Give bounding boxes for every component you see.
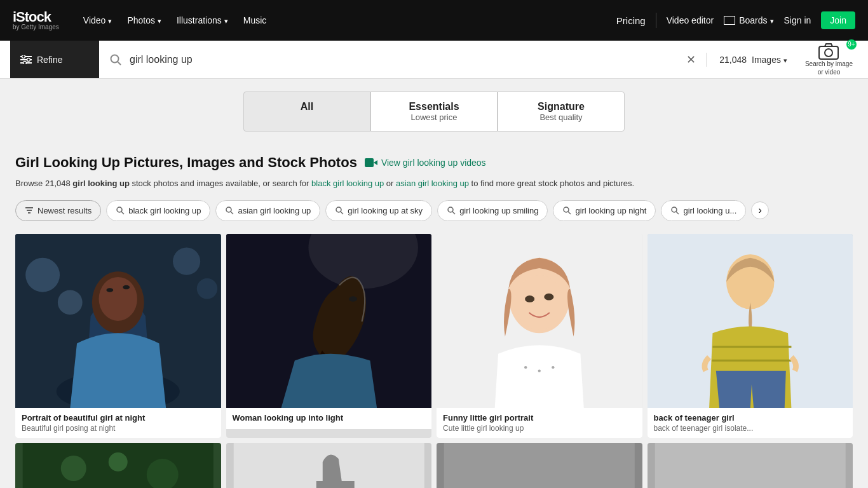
image-grid-row2	[15, 443, 853, 488]
chip-black-girl[interactable]: black girl looking up	[106, 200, 210, 221]
nav-illustrations[interactable]: Illustrations	[170, 10, 234, 30]
svg-point-43	[525, 295, 534, 302]
nav-boards[interactable]: Boards	[724, 15, 773, 25]
nav-photos[interactable]: Photos	[121, 10, 168, 30]
nav-video-editor[interactable]: Video editor	[667, 15, 714, 25]
image-grid: Portrait of beautiful girl at night Beau…	[15, 234, 853, 438]
svg-point-17	[226, 207, 231, 212]
svg-point-29	[58, 290, 83, 315]
search-type-selector[interactable]: Images	[752, 55, 787, 65]
search-chip-icon	[562, 206, 571, 215]
chevron-down-icon	[770, 15, 774, 25]
image-thumbnail-0	[15, 234, 221, 409]
nav-right: Pricing Video editor Boards Sign in Join	[616, 11, 855, 29]
chip-newest-results[interactable]: Newest results	[15, 200, 101, 221]
chevron-down-icon	[783, 55, 787, 65]
nav-video[interactable]: Video	[77, 10, 119, 30]
search-chip-icon	[116, 206, 125, 215]
search-chip-icon	[447, 206, 456, 215]
browse-text: Browse 21,048 girl looking up stock phot…	[15, 177, 853, 190]
image-card-info-0: Portrait of beautiful girl at night Beau…	[15, 408, 221, 438]
image-card-3[interactable]: back of teenager girl back of teenager g…	[648, 234, 853, 438]
chip-asian-girl[interactable]: asian girl looking up	[215, 200, 320, 221]
svg-point-21	[448, 207, 453, 212]
svg-point-30	[173, 247, 200, 274]
svg-line-16	[121, 212, 124, 214]
nav-music[interactable]: Music	[237, 10, 273, 30]
search-badge: 9+	[846, 39, 857, 50]
svg-point-35	[106, 288, 113, 292]
logo-sub: by Getty Images	[13, 24, 59, 30]
image-card-info-1: Woman looking up into light	[226, 408, 432, 429]
search-chip-icon	[225, 206, 234, 215]
svg-line-22	[452, 212, 455, 214]
svg-point-4	[27, 58, 31, 61]
image-card-0[interactable]: Portrait of beautiful girl at night Beau…	[15, 234, 221, 438]
image-thumbnail-2	[437, 234, 642, 409]
tier-tab-essentials[interactable]: Essentials Lowest price	[370, 92, 498, 132]
search-input[interactable]	[130, 54, 679, 65]
svg-marker-11	[374, 160, 377, 165]
image-card-info-2: Funny little girl portrait Cute little g…	[437, 408, 642, 438]
search-bar: Refine ✕ 21,048 Images 9+ Search by imag…	[0, 41, 868, 79]
filter-icon	[25, 206, 34, 215]
logo[interactable]: iStock by Getty Images	[13, 10, 59, 30]
navbar: iStock by Getty Images Video Photos Illu…	[0, 0, 868, 41]
image-card-1[interactable]: Woman looking up into light	[226, 234, 432, 438]
chips-next-button[interactable]: ›	[751, 201, 769, 219]
chevron-down-icon	[158, 15, 161, 25]
chip-sky[interactable]: girl looking up at sky	[325, 200, 432, 221]
svg-line-24	[568, 212, 571, 214]
nav-signin[interactable]: Sign in	[784, 15, 811, 25]
chip-night[interactable]: girl looking up night	[553, 200, 656, 221]
view-videos-link[interactable]: View girl looking up videos	[365, 158, 486, 168]
image-card-bottom-1[interactable]	[226, 443, 432, 488]
title-row: Girl Looking Up Pictures, Images and Sto…	[15, 154, 853, 171]
image-thumbnail-3	[648, 234, 853, 409]
browse-link-asian[interactable]: asian girl looking up	[396, 179, 469, 188]
search-chip-icon	[670, 206, 679, 215]
tier-tab-signature[interactable]: Signature Best quality	[498, 92, 625, 132]
svg-point-3	[22, 55, 25, 58]
svg-point-23	[564, 207, 569, 212]
nav-join[interactable]: Join	[821, 11, 855, 29]
search-by-image-button[interactable]: 9+ Search by imageor video	[800, 43, 858, 76]
svg-point-47	[552, 366, 554, 369]
camera-search-icon	[818, 43, 839, 60]
svg-point-9	[825, 49, 832, 57]
tier-tab-all[interactable]: All	[243, 92, 370, 132]
svg-point-5	[24, 61, 27, 64]
svg-point-28	[25, 257, 60, 292]
logo-istock: iStock	[13, 10, 59, 24]
svg-line-26	[676, 212, 679, 214]
svg-point-42	[515, 274, 563, 329]
svg-line-18	[231, 212, 233, 214]
browse-link-black[interactable]: black girl looking up	[311, 179, 384, 188]
search-input-wrap: ✕	[99, 53, 707, 67]
filter-chips: Newest results black girl looking up asi…	[15, 200, 853, 221]
search-by-image-label: Search by imageor video	[805, 60, 853, 76]
chevron-right-icon: ›	[759, 205, 762, 216]
page-title: Girl Looking Up Pictures, Images and Sto…	[15, 154, 357, 171]
svg-line-20	[341, 212, 343, 214]
nav-pricing[interactable]: Pricing	[616, 15, 646, 26]
image-card-bottom-3[interactable]	[648, 443, 853, 488]
search-count: 21,048	[719, 55, 747, 65]
search-icon	[109, 53, 122, 66]
svg-point-19	[336, 207, 341, 212]
image-card-info-3: back of teenager girl back of teenager g…	[648, 408, 853, 438]
tier-tabs: All Essentials Lowest price Signature Be…	[0, 79, 868, 142]
chevron-down-icon	[108, 15, 112, 25]
svg-point-34	[99, 276, 137, 320]
image-card-bottom-2[interactable]	[437, 443, 642, 488]
refine-button[interactable]: Refine	[10, 41, 99, 78]
svg-point-6	[111, 55, 119, 62]
chip-smiling[interactable]: girl looking up smiling	[437, 200, 548, 221]
image-card-2[interactable]: Funny little girl portrait Cute little g…	[437, 234, 642, 438]
image-card-bottom-0[interactable]	[15, 443, 221, 488]
svg-point-39	[349, 296, 357, 302]
clear-search-button[interactable]: ✕	[686, 53, 696, 67]
svg-point-31	[197, 278, 217, 299]
refine-icon	[20, 55, 32, 64]
chip-more[interactable]: girl looking u...	[661, 200, 746, 221]
